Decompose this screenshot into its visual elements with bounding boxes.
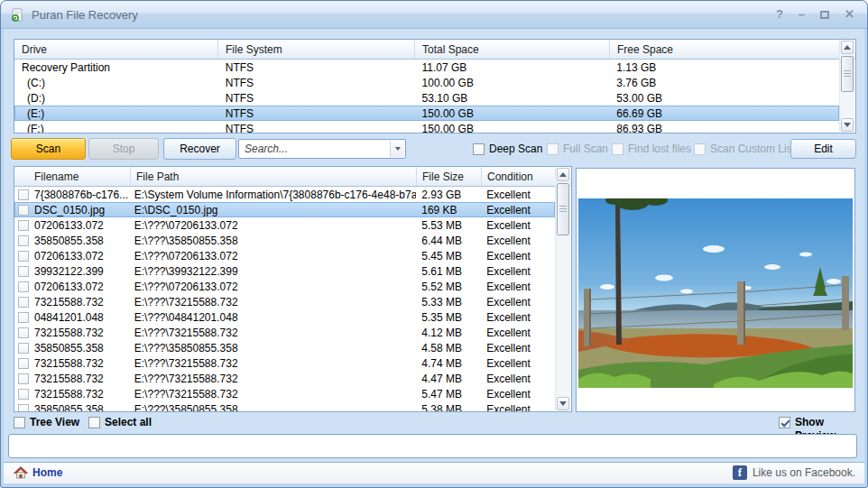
file-size-cell: 5.61 MB xyxy=(416,265,481,278)
scroll-up-icon[interactable] xyxy=(841,41,854,54)
filename-cell: 73215588.732 xyxy=(14,357,131,370)
row-checkbox[interactable] xyxy=(18,389,29,400)
file-system-cell: NTFS xyxy=(218,107,415,120)
edit-button[interactable]: Edit xyxy=(790,139,856,159)
drive-row[interactable]: Recovery PartitionNTFS11.07 GB1.13 GB xyxy=(14,60,839,75)
row-checkbox[interactable] xyxy=(18,358,29,369)
row-checkbox[interactable] xyxy=(18,189,29,200)
file-system-cell: NTFS xyxy=(218,123,415,134)
row-checkbox[interactable] xyxy=(18,312,29,323)
drive-row[interactable]: (D:)NTFS53.10 GB53.00 GB xyxy=(14,90,839,106)
filename-cell: 73215588.732 xyxy=(14,296,131,308)
deep-scan-checkbox[interactable] xyxy=(473,143,485,155)
filename-text: 73215588.732 xyxy=(34,327,104,339)
tree-view-checkbox[interactable] xyxy=(14,417,25,428)
file-table-scrollbar[interactable] xyxy=(555,168,570,410)
facebook-link[interactable]: Like us on Facebook. xyxy=(733,465,855,480)
drive-name-cell: Recovery Partition xyxy=(14,61,218,74)
file-row[interactable]: 35850855.358E:\???\35850855.3584.58 MBEx… xyxy=(14,340,555,355)
column-header-drive[interactable]: Drive xyxy=(14,40,218,59)
row-checkbox[interactable] xyxy=(18,281,29,292)
row-checkbox[interactable] xyxy=(18,220,29,231)
drive-row[interactable]: (F:)NTFS150.00 GB86.93 GB xyxy=(14,121,839,133)
file-row[interactable]: 73215588.732E:\???\73215588.7324.74 MBEx… xyxy=(14,355,555,371)
file-row[interactable]: 7{3808876b-c176...E:\System Volume Infor… xyxy=(14,187,555,202)
close-icon[interactable]: ✕ xyxy=(845,6,854,23)
file-size-cell: 4.12 MB xyxy=(416,327,481,339)
column-header-total-space[interactable]: Total Space xyxy=(415,40,610,59)
file-row[interactable]: DSC_0150.jpgE:\DSC_0150.jpg169 KBExcelle… xyxy=(14,202,555,217)
status-box[interactable] xyxy=(8,434,857,458)
free-space-cell: 1.13 GB xyxy=(609,61,839,74)
scroll-down-icon[interactable] xyxy=(841,118,854,132)
file-row[interactable]: 35850855.358E:\???\35850855.3585.38 MBEx… xyxy=(14,401,555,411)
row-checkbox[interactable] xyxy=(18,251,29,262)
column-header-file-system[interactable]: File System xyxy=(218,40,415,59)
file-size-cell: 4.58 MB xyxy=(416,342,481,354)
drive-table-scrollbar[interactable] xyxy=(839,41,854,132)
condition-cell: Excellent xyxy=(481,281,555,293)
file-row[interactable]: 73215588.732E:\???\73215588.7325.47 MBEx… xyxy=(14,386,555,401)
file-row[interactable]: 73215588.732E:\???\73215588.7324.12 MBEx… xyxy=(14,325,555,340)
file-row[interactable]: 07206133.072E:\???\07206133.0725.52 MBEx… xyxy=(14,279,555,294)
file-path-cell: E:\???\73215588.732 xyxy=(131,357,416,370)
facebook-link-label: Like us on Facebook. xyxy=(753,466,855,479)
column-header-filename[interactable]: Filename xyxy=(14,167,131,186)
column-header-file-path[interactable]: File Path xyxy=(131,167,417,186)
file-path-cell: E:\???\07206133.072 xyxy=(131,250,416,262)
column-header-free-space[interactable]: Free Space xyxy=(610,40,840,59)
scan-button[interactable]: Scan xyxy=(11,138,86,160)
search-input[interactable] xyxy=(243,141,378,157)
file-path-cell: E:\???\07206133.072 xyxy=(131,281,416,293)
scrollbar-thumb[interactable] xyxy=(841,56,854,92)
file-row[interactable]: 04841201.048E:\???\04841201.0485.35 MBEx… xyxy=(14,309,555,325)
recover-button[interactable]: Recover xyxy=(163,138,236,160)
column-header-file-size[interactable]: File Size xyxy=(417,167,482,186)
free-space-cell: 86.93 GB xyxy=(609,123,839,134)
filename-text: 73215588.732 xyxy=(34,388,104,401)
maximize-icon[interactable] xyxy=(820,11,829,19)
scroll-up-icon[interactable] xyxy=(557,168,569,181)
row-checkbox[interactable] xyxy=(18,404,29,412)
scrollbar-thumb[interactable] xyxy=(557,183,569,235)
home-link-label: Home xyxy=(32,466,62,479)
filename-cell: 07206133.072 xyxy=(14,219,131,232)
file-path-cell: E:\???\35850855.358 xyxy=(131,235,416,247)
stop-button[interactable]: Stop xyxy=(88,138,159,160)
row-checkbox[interactable] xyxy=(18,235,29,246)
row-checkbox[interactable] xyxy=(18,343,29,354)
file-size-cell: 4.47 MB xyxy=(416,373,481,385)
show-preview-checkbox[interactable] xyxy=(779,417,790,428)
search-box xyxy=(238,139,406,159)
search-dropdown-icon[interactable] xyxy=(390,141,404,157)
file-row[interactable]: 73215588.732E:\???\73215588.7325.33 MBEx… xyxy=(14,294,555,309)
row-checkbox[interactable] xyxy=(18,266,29,277)
home-link[interactable]: Home xyxy=(14,465,62,480)
file-path-cell: E:\???\35850855.358 xyxy=(131,342,416,354)
column-header-condition[interactable]: Condition xyxy=(482,167,556,186)
drive-row[interactable]: (C:)NTFS100.00 GB3.76 GB xyxy=(14,75,839,90)
minimize-icon[interactable]: – xyxy=(799,6,805,23)
full-scan-label: Full Scan xyxy=(563,143,608,156)
file-size-cell: 5.47 MB xyxy=(416,388,481,401)
condition-cell: Excellent xyxy=(481,250,555,262)
row-checkbox[interactable] xyxy=(18,373,29,384)
select-all-checkbox[interactable] xyxy=(88,417,100,428)
row-checkbox[interactable] xyxy=(18,297,29,308)
row-checkbox[interactable] xyxy=(18,205,29,216)
file-size-cell: 6.44 MB xyxy=(416,235,481,247)
file-row[interactable]: 73215588.732E:\???\73215588.7324.47 MBEx… xyxy=(14,371,555,386)
filename-text: 73215588.732 xyxy=(34,373,104,385)
row-checkbox[interactable] xyxy=(18,327,29,338)
drive-row[interactable]: (E:)NTFS150.00 GB66.69 GB xyxy=(14,106,839,121)
find-lost-files-label: Find lost files xyxy=(628,143,691,156)
file-row[interactable]: 07206133.072E:\???\07206133.0725.45 MBEx… xyxy=(14,248,555,263)
scroll-down-icon[interactable] xyxy=(557,397,569,410)
condition-cell: Excellent xyxy=(481,204,555,216)
help-icon[interactable]: ? xyxy=(776,6,783,23)
file-row[interactable]: 07206133.072E:\???\07206133.0725.53 MBEx… xyxy=(14,217,555,233)
file-system-cell: NTFS xyxy=(218,92,415,105)
file-row[interactable]: 35850855.358E:\???\35850855.3586.44 MBEx… xyxy=(14,233,555,248)
file-row[interactable]: 39932122.399E:\???\39932122.3995.61 MBEx… xyxy=(14,263,555,279)
filename-cell: 35850855.358 xyxy=(14,403,131,412)
